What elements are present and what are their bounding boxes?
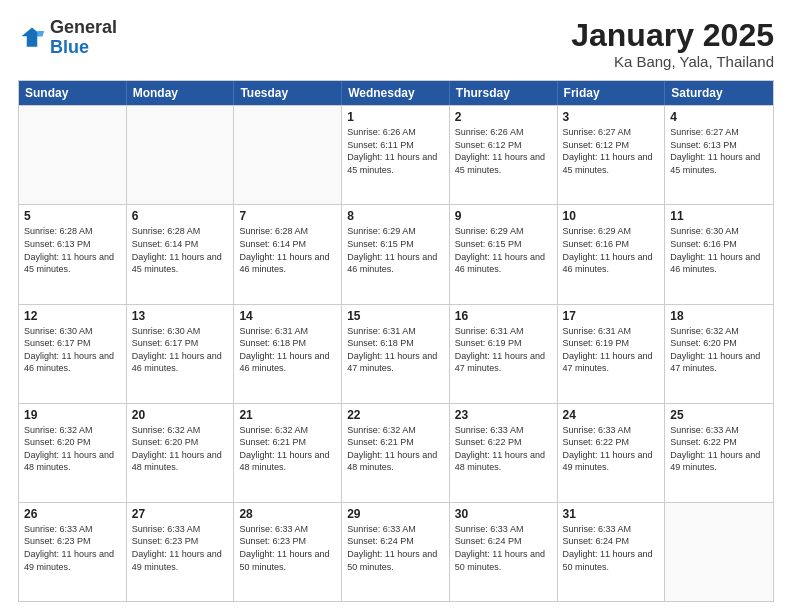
day-info: Sunrise: 6:30 AM Sunset: 6:17 PM Dayligh… [24, 325, 121, 375]
day-info: Sunrise: 6:29 AM Sunset: 6:15 PM Dayligh… [455, 225, 552, 275]
day-number: 4 [670, 110, 768, 124]
day-number: 5 [24, 209, 121, 223]
calendar-day-16: 16Sunrise: 6:31 AM Sunset: 6:19 PM Dayli… [450, 305, 558, 403]
day-info: Sunrise: 6:28 AM Sunset: 6:14 PM Dayligh… [239, 225, 336, 275]
calendar-empty-cell [234, 106, 342, 204]
day-info: Sunrise: 6:33 AM Sunset: 6:23 PM Dayligh… [24, 523, 121, 573]
day-info: Sunrise: 6:33 AM Sunset: 6:22 PM Dayligh… [455, 424, 552, 474]
calendar-day-27: 27Sunrise: 6:33 AM Sunset: 6:23 PM Dayli… [127, 503, 235, 601]
day-number: 1 [347, 110, 444, 124]
header-day-sunday: Sunday [19, 81, 127, 105]
header: General Blue January 2025 Ka Bang, Yala,… [18, 18, 774, 70]
svg-marker-1 [37, 31, 44, 36]
calendar-row-4: 19Sunrise: 6:32 AM Sunset: 6:20 PM Dayli… [19, 403, 773, 502]
calendar-day-31: 31Sunrise: 6:33 AM Sunset: 6:24 PM Dayli… [558, 503, 666, 601]
day-number: 28 [239, 507, 336, 521]
header-day-thursday: Thursday [450, 81, 558, 105]
day-info: Sunrise: 6:30 AM Sunset: 6:16 PM Dayligh… [670, 225, 768, 275]
day-number: 8 [347, 209, 444, 223]
day-number: 23 [455, 408, 552, 422]
day-number: 24 [563, 408, 660, 422]
calendar-empty-cell [19, 106, 127, 204]
day-number: 20 [132, 408, 229, 422]
day-number: 15 [347, 309, 444, 323]
calendar-day-14: 14Sunrise: 6:31 AM Sunset: 6:18 PM Dayli… [234, 305, 342, 403]
day-number: 21 [239, 408, 336, 422]
calendar-day-21: 21Sunrise: 6:32 AM Sunset: 6:21 PM Dayli… [234, 404, 342, 502]
day-number: 10 [563, 209, 660, 223]
calendar-day-17: 17Sunrise: 6:31 AM Sunset: 6:19 PM Dayli… [558, 305, 666, 403]
day-info: Sunrise: 6:33 AM Sunset: 6:23 PM Dayligh… [132, 523, 229, 573]
day-info: Sunrise: 6:32 AM Sunset: 6:21 PM Dayligh… [239, 424, 336, 474]
calendar-day-23: 23Sunrise: 6:33 AM Sunset: 6:22 PM Dayli… [450, 404, 558, 502]
logo: General Blue [18, 18, 117, 58]
calendar-day-22: 22Sunrise: 6:32 AM Sunset: 6:21 PM Dayli… [342, 404, 450, 502]
day-number: 6 [132, 209, 229, 223]
calendar-day-30: 30Sunrise: 6:33 AM Sunset: 6:24 PM Dayli… [450, 503, 558, 601]
day-info: Sunrise: 6:31 AM Sunset: 6:18 PM Dayligh… [347, 325, 444, 375]
calendar-empty-cell [127, 106, 235, 204]
calendar-day-4: 4Sunrise: 6:27 AM Sunset: 6:13 PM Daylig… [665, 106, 773, 204]
header-day-wednesday: Wednesday [342, 81, 450, 105]
calendar-day-9: 9Sunrise: 6:29 AM Sunset: 6:15 PM Daylig… [450, 205, 558, 303]
logo-icon [18, 24, 46, 52]
day-number: 16 [455, 309, 552, 323]
day-info: Sunrise: 6:32 AM Sunset: 6:21 PM Dayligh… [347, 424, 444, 474]
day-info: Sunrise: 6:29 AM Sunset: 6:15 PM Dayligh… [347, 225, 444, 275]
calendar-day-1: 1Sunrise: 6:26 AM Sunset: 6:11 PM Daylig… [342, 106, 450, 204]
calendar-day-8: 8Sunrise: 6:29 AM Sunset: 6:15 PM Daylig… [342, 205, 450, 303]
day-info: Sunrise: 6:33 AM Sunset: 6:24 PM Dayligh… [455, 523, 552, 573]
calendar-header: SundayMondayTuesdayWednesdayThursdayFrid… [19, 81, 773, 105]
day-number: 22 [347, 408, 444, 422]
title-block: January 2025 Ka Bang, Yala, Thailand [571, 18, 774, 70]
day-info: Sunrise: 6:29 AM Sunset: 6:16 PM Dayligh… [563, 225, 660, 275]
day-info: Sunrise: 6:31 AM Sunset: 6:18 PM Dayligh… [239, 325, 336, 375]
day-number: 14 [239, 309, 336, 323]
header-day-friday: Friday [558, 81, 666, 105]
day-number: 11 [670, 209, 768, 223]
day-number: 9 [455, 209, 552, 223]
calendar-row-1: 1Sunrise: 6:26 AM Sunset: 6:11 PM Daylig… [19, 105, 773, 204]
day-info: Sunrise: 6:31 AM Sunset: 6:19 PM Dayligh… [455, 325, 552, 375]
day-info: Sunrise: 6:28 AM Sunset: 6:13 PM Dayligh… [24, 225, 121, 275]
day-info: Sunrise: 6:32 AM Sunset: 6:20 PM Dayligh… [670, 325, 768, 375]
day-info: Sunrise: 6:33 AM Sunset: 6:22 PM Dayligh… [670, 424, 768, 474]
calendar-empty-cell [665, 503, 773, 601]
calendar-row-2: 5Sunrise: 6:28 AM Sunset: 6:13 PM Daylig… [19, 204, 773, 303]
day-number: 26 [24, 507, 121, 521]
header-day-monday: Monday [127, 81, 235, 105]
day-info: Sunrise: 6:32 AM Sunset: 6:20 PM Dayligh… [132, 424, 229, 474]
calendar-day-15: 15Sunrise: 6:31 AM Sunset: 6:18 PM Dayli… [342, 305, 450, 403]
day-number: 25 [670, 408, 768, 422]
day-info: Sunrise: 6:27 AM Sunset: 6:12 PM Dayligh… [563, 126, 660, 176]
calendar-title: January 2025 [571, 18, 774, 53]
page: General Blue January 2025 Ka Bang, Yala,… [0, 0, 792, 612]
calendar-body: 1Sunrise: 6:26 AM Sunset: 6:11 PM Daylig… [19, 105, 773, 601]
day-info: Sunrise: 6:28 AM Sunset: 6:14 PM Dayligh… [132, 225, 229, 275]
day-info: Sunrise: 6:26 AM Sunset: 6:11 PM Dayligh… [347, 126, 444, 176]
day-info: Sunrise: 6:30 AM Sunset: 6:17 PM Dayligh… [132, 325, 229, 375]
day-number: 7 [239, 209, 336, 223]
calendar-day-18: 18Sunrise: 6:32 AM Sunset: 6:20 PM Dayli… [665, 305, 773, 403]
calendar-day-13: 13Sunrise: 6:30 AM Sunset: 6:17 PM Dayli… [127, 305, 235, 403]
day-number: 31 [563, 507, 660, 521]
calendar-day-28: 28Sunrise: 6:33 AM Sunset: 6:23 PM Dayli… [234, 503, 342, 601]
day-number: 2 [455, 110, 552, 124]
calendar-row-5: 26Sunrise: 6:33 AM Sunset: 6:23 PM Dayli… [19, 502, 773, 601]
day-info: Sunrise: 6:33 AM Sunset: 6:24 PM Dayligh… [347, 523, 444, 573]
logo-general-text: General [50, 18, 117, 38]
calendar-day-6: 6Sunrise: 6:28 AM Sunset: 6:14 PM Daylig… [127, 205, 235, 303]
day-info: Sunrise: 6:26 AM Sunset: 6:12 PM Dayligh… [455, 126, 552, 176]
calendar-day-7: 7Sunrise: 6:28 AM Sunset: 6:14 PM Daylig… [234, 205, 342, 303]
day-number: 19 [24, 408, 121, 422]
calendar-day-3: 3Sunrise: 6:27 AM Sunset: 6:12 PM Daylig… [558, 106, 666, 204]
calendar-day-12: 12Sunrise: 6:30 AM Sunset: 6:17 PM Dayli… [19, 305, 127, 403]
calendar-day-19: 19Sunrise: 6:32 AM Sunset: 6:20 PM Dayli… [19, 404, 127, 502]
day-info: Sunrise: 6:32 AM Sunset: 6:20 PM Dayligh… [24, 424, 121, 474]
day-info: Sunrise: 6:27 AM Sunset: 6:13 PM Dayligh… [670, 126, 768, 176]
day-number: 30 [455, 507, 552, 521]
calendar-day-10: 10Sunrise: 6:29 AM Sunset: 6:16 PM Dayli… [558, 205, 666, 303]
calendar-row-3: 12Sunrise: 6:30 AM Sunset: 6:17 PM Dayli… [19, 304, 773, 403]
day-number: 27 [132, 507, 229, 521]
calendar-day-24: 24Sunrise: 6:33 AM Sunset: 6:22 PM Dayli… [558, 404, 666, 502]
